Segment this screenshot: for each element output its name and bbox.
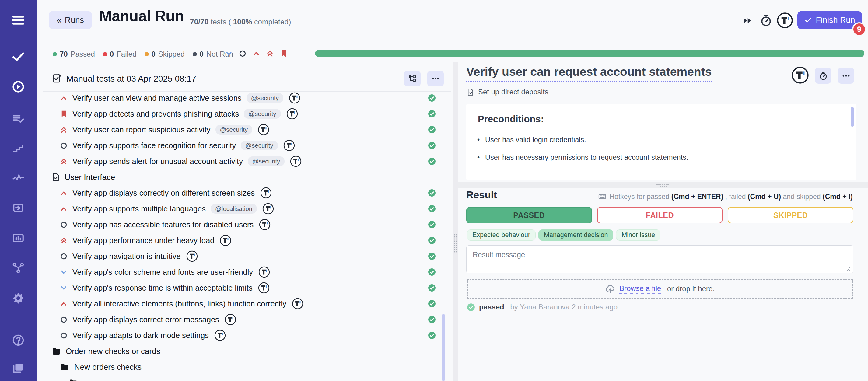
stopwatch-icon[interactable]	[760, 14, 772, 27]
test-row[interactable]: Verify app displays correct error messag…	[42, 312, 451, 327]
test-title[interactable]: Verify app's color scheme and fonts are …	[72, 268, 253, 277]
failed-button[interactable]: FAILED	[597, 207, 723, 223]
library-icon[interactable]	[12, 361, 25, 374]
test-tag[interactable]: @security	[247, 93, 283, 103]
tag-management-decision[interactable]: Management decision	[538, 229, 613, 241]
test-row[interactable]: Verify user can report suspicious activi…	[42, 122, 451, 137]
settings-gear-icon[interactable]	[12, 292, 25, 305]
test-tag[interactable]: @localisation	[211, 204, 257, 214]
test-row[interactable]: Verify user can view and manage active s…	[42, 90, 451, 106]
testomat-logo-icon[interactable]	[791, 66, 809, 84]
test-row[interactable]: Verify app adapts to dark mode settings	[42, 327, 451, 343]
file-drop-zone[interactable]: Browse a file or drop it here.	[467, 279, 853, 299]
folder-title[interactable]: New orders checks	[74, 362, 142, 372]
checks-nav-icon[interactable]	[12, 50, 25, 63]
passed-check-icon	[428, 126, 436, 134]
not-run-count: 0	[200, 50, 204, 58]
result-message-input[interactable]	[466, 245, 854, 273]
test-title[interactable]: Verify app supports face recognition for…	[72, 141, 236, 150]
menu-icon[interactable]	[11, 13, 25, 27]
test-plans-nav-icon[interactable]	[12, 112, 25, 125]
run-title: Manual Run	[99, 7, 184, 25]
test-title[interactable]: Verify app performance under heavy load	[72, 236, 214, 245]
hotkeys-prefix: Hotkeys for passed	[609, 193, 671, 201]
priority-normal-filter-icon[interactable]	[238, 49, 247, 58]
test-tag[interactable]: @security	[215, 125, 252, 134]
test-row[interactable]: Verify app detects and prevents phishing…	[42, 106, 451, 122]
test-row[interactable]: Verify app's color scheme and fonts are …	[42, 264, 451, 280]
list-more-button[interactable]	[427, 71, 444, 87]
test-row[interactable]: Verify app sends alert for unusual accou…	[42, 153, 451, 169]
panel-resize-divider[interactable]	[453, 62, 458, 381]
test-row[interactable]: Verify app has accessible features for d…	[42, 217, 451, 232]
group-view-button[interactable]	[404, 71, 421, 87]
failed-count: 0	[110, 50, 114, 58]
failed-dot	[103, 52, 107, 56]
test-row[interactable]: Verify app's response time is within acc…	[42, 280, 451, 296]
ellipsis-icon	[431, 74, 440, 83]
folder-row-partial[interactable]	[42, 375, 451, 381]
priority-highest-filter-icon[interactable]	[266, 49, 274, 58]
folder-title[interactable]: Order new checks or cards	[66, 347, 160, 356]
suite-breadcrumb[interactable]: Set up direct deposits	[466, 88, 549, 96]
branches-nav-icon[interactable]	[12, 261, 25, 274]
test-title[interactable]: Verify all interactive elements (buttons…	[72, 299, 286, 308]
test-title[interactable]: Verify app detects and prevents phishing…	[72, 109, 239, 118]
folder-icon	[52, 347, 61, 356]
test-detail-title[interactable]: Verify user can request account statemen…	[466, 65, 712, 82]
steps-nav-icon[interactable]	[12, 142, 25, 155]
list-scrollbar-thumb[interactable]	[442, 314, 445, 381]
tag-expected-behaviour[interactable]: Expected behaviour	[467, 229, 536, 241]
help-icon[interactable]	[12, 334, 25, 347]
test-title[interactable]: Verify app's response time is within acc…	[72, 284, 253, 292]
timer-button[interactable]	[815, 68, 831, 84]
test-title[interactable]: Verify app displays correct error messag…	[72, 315, 219, 324]
test-title[interactable]: Verify app navigation is intuitive	[72, 252, 181, 261]
test-title[interactable]: Verify app adapts to dark mode settings	[72, 331, 209, 340]
test-title[interactable]: Verify user can view and manage active s…	[72, 94, 242, 102]
test-tag[interactable]: @security	[248, 156, 285, 166]
notification-badge[interactable]: 9	[852, 22, 866, 36]
test-row[interactable]: Verify app supports face recognition for…	[42, 137, 451, 153]
bookmark-filter-icon[interactable]	[279, 49, 288, 58]
quick-result-tags: Expected behaviour Management decision M…	[467, 229, 660, 241]
suite-row[interactable]: User Interface	[42, 169, 451, 185]
detail-more-button[interactable]	[838, 68, 854, 84]
test-row[interactable]: Verify app performance under heavy load	[42, 232, 451, 248]
test-title[interactable]: Verify user can report suspicious activi…	[72, 125, 211, 134]
stat-skipped: 0 Skipped	[145, 50, 185, 58]
test-title[interactable]: Verify app sends alert for unusual accou…	[72, 157, 243, 166]
test-tag[interactable]: @security	[244, 109, 281, 119]
activity-nav-icon[interactable]	[12, 171, 25, 184]
back-to-runs-button[interactable]: « Runs	[49, 11, 92, 29]
section-resize-grip[interactable]	[656, 184, 669, 187]
passed-check-icon	[428, 94, 436, 102]
priority-high-filter-icon[interactable]	[252, 49, 260, 58]
test-row[interactable]: Verify app navigation is intuitive	[42, 248, 451, 264]
test-row[interactable]: Verify app displays correctly on differe…	[42, 185, 451, 201]
folder-row[interactable]: Order new checks or cards	[42, 343, 451, 359]
testomat-logo-icon[interactable]	[777, 12, 793, 29]
folder-row[interactable]: New orders checks	[42, 359, 451, 375]
test-tag[interactable]: @security	[241, 140, 278, 150]
test-title[interactable]: Verify app supports multiple languages	[72, 204, 206, 213]
card-scrollbar-thumb[interactable]	[851, 107, 854, 127]
finish-run-button[interactable]: Finish Run	[797, 11, 862, 29]
panel-resize-grip[interactable]	[454, 234, 458, 253]
import-nav-icon[interactable]	[12, 201, 25, 214]
test-row[interactable]: Verify all interactive elements (buttons…	[42, 296, 451, 312]
last-result-status: passed	[479, 303, 504, 311]
fast-forward-icon[interactable]	[742, 15, 753, 26]
test-title[interactable]: Verify app has accessible features for d…	[72, 220, 253, 229]
priority-low-icon	[60, 284, 68, 292]
priority-low-filter-icon[interactable]	[225, 49, 233, 58]
passed-button[interactable]: PASSED	[466, 207, 592, 223]
runs-nav-icon[interactable]	[12, 80, 25, 93]
browse-file-link[interactable]: Browse a file	[619, 284, 661, 294]
test-title[interactable]: Verify app displays correctly on differe…	[72, 189, 255, 197]
suite-title[interactable]: User Interface	[64, 172, 115, 182]
test-row[interactable]: Verify app supports multiple languages @…	[42, 201, 451, 217]
reports-nav-icon[interactable]	[12, 231, 25, 244]
skipped-button[interactable]: SKIPPED	[728, 207, 854, 223]
tag-minor-issue[interactable]: Minor issue	[616, 229, 660, 241]
